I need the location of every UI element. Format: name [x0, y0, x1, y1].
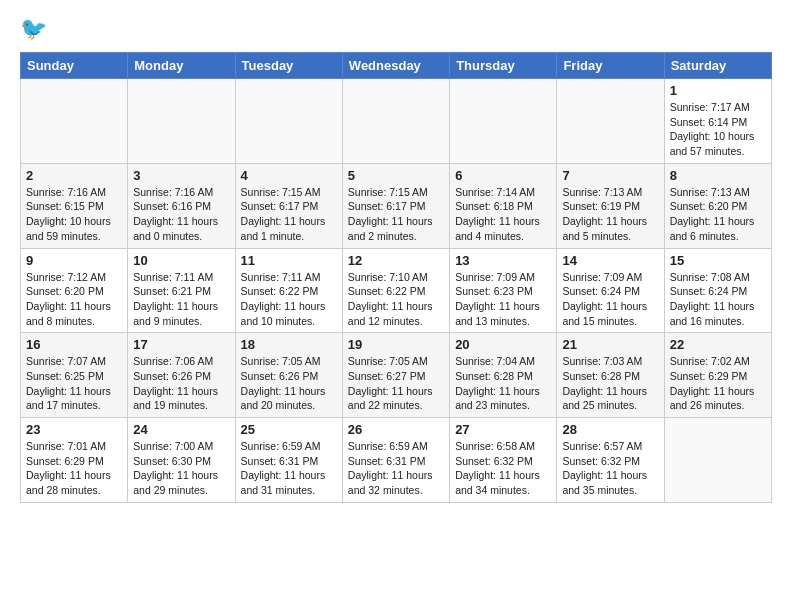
calendar-day-cell: 22Sunrise: 7:02 AM Sunset: 6:29 PM Dayli… [664, 333, 771, 418]
calendar-day-cell: 11Sunrise: 7:11 AM Sunset: 6:22 PM Dayli… [235, 248, 342, 333]
day-info: Sunrise: 7:00 AM Sunset: 6:30 PM Dayligh… [133, 439, 229, 498]
day-number: 23 [26, 422, 122, 437]
calendar-day-cell: 8Sunrise: 7:13 AM Sunset: 6:20 PM Daylig… [664, 163, 771, 248]
calendar-day-cell: 12Sunrise: 7:10 AM Sunset: 6:22 PM Dayli… [342, 248, 449, 333]
day-info: Sunrise: 7:11 AM Sunset: 6:21 PM Dayligh… [133, 270, 229, 329]
calendar-day-cell: 3Sunrise: 7:16 AM Sunset: 6:16 PM Daylig… [128, 163, 235, 248]
day-number: 18 [241, 337, 337, 352]
day-info: Sunrise: 7:08 AM Sunset: 6:24 PM Dayligh… [670, 270, 766, 329]
calendar-day-cell: 10Sunrise: 7:11 AM Sunset: 6:21 PM Dayli… [128, 248, 235, 333]
calendar-day-cell: 16Sunrise: 7:07 AM Sunset: 6:25 PM Dayli… [21, 333, 128, 418]
header: 🐦 [20, 16, 772, 42]
day-number: 27 [455, 422, 551, 437]
calendar-day-cell: 13Sunrise: 7:09 AM Sunset: 6:23 PM Dayli… [450, 248, 557, 333]
day-number: 2 [26, 168, 122, 183]
day-info: Sunrise: 7:04 AM Sunset: 6:28 PM Dayligh… [455, 354, 551, 413]
calendar-day-cell: 1Sunrise: 7:17 AM Sunset: 6:14 PM Daylig… [664, 79, 771, 164]
calendar-day-cell: 14Sunrise: 7:09 AM Sunset: 6:24 PM Dayli… [557, 248, 664, 333]
day-info: Sunrise: 7:15 AM Sunset: 6:17 PM Dayligh… [348, 185, 444, 244]
day-info: Sunrise: 7:05 AM Sunset: 6:26 PM Dayligh… [241, 354, 337, 413]
calendar-day-cell: 23Sunrise: 7:01 AM Sunset: 6:29 PM Dayli… [21, 418, 128, 503]
day-number: 19 [348, 337, 444, 352]
day-info: Sunrise: 6:59 AM Sunset: 6:31 PM Dayligh… [348, 439, 444, 498]
day-info: Sunrise: 7:13 AM Sunset: 6:20 PM Dayligh… [670, 185, 766, 244]
day-number: 28 [562, 422, 658, 437]
day-number: 15 [670, 253, 766, 268]
day-number: 25 [241, 422, 337, 437]
day-number: 1 [670, 83, 766, 98]
calendar-table: SundayMondayTuesdayWednesdayThursdayFrid… [20, 52, 772, 503]
calendar-week-row: 16Sunrise: 7:07 AM Sunset: 6:25 PM Dayli… [21, 333, 772, 418]
calendar-header-row: SundayMondayTuesdayWednesdayThursdayFrid… [21, 53, 772, 79]
day-number: 4 [241, 168, 337, 183]
day-number: 24 [133, 422, 229, 437]
calendar-day-cell: 9Sunrise: 7:12 AM Sunset: 6:20 PM Daylig… [21, 248, 128, 333]
day-number: 9 [26, 253, 122, 268]
calendar-day-header: Monday [128, 53, 235, 79]
logo-bird-icon: 🐦 [20, 16, 47, 42]
page: 🐦 SundayMondayTuesdayWednesdayThursdayFr… [0, 0, 792, 519]
day-info: Sunrise: 7:05 AM Sunset: 6:27 PM Dayligh… [348, 354, 444, 413]
calendar-day-cell: 15Sunrise: 7:08 AM Sunset: 6:24 PM Dayli… [664, 248, 771, 333]
day-info: Sunrise: 7:15 AM Sunset: 6:17 PM Dayligh… [241, 185, 337, 244]
calendar-day-cell: 19Sunrise: 7:05 AM Sunset: 6:27 PM Dayli… [342, 333, 449, 418]
day-number: 8 [670, 168, 766, 183]
day-number: 17 [133, 337, 229, 352]
day-number: 6 [455, 168, 551, 183]
day-info: Sunrise: 7:03 AM Sunset: 6:28 PM Dayligh… [562, 354, 658, 413]
day-number: 11 [241, 253, 337, 268]
day-info: Sunrise: 7:09 AM Sunset: 6:24 PM Dayligh… [562, 270, 658, 329]
day-number: 21 [562, 337, 658, 352]
calendar-day-header: Saturday [664, 53, 771, 79]
calendar-day-header: Tuesday [235, 53, 342, 79]
calendar-day-cell: 6Sunrise: 7:14 AM Sunset: 6:18 PM Daylig… [450, 163, 557, 248]
calendar-day-cell: 18Sunrise: 7:05 AM Sunset: 6:26 PM Dayli… [235, 333, 342, 418]
day-number: 12 [348, 253, 444, 268]
day-number: 5 [348, 168, 444, 183]
day-info: Sunrise: 7:17 AM Sunset: 6:14 PM Dayligh… [670, 100, 766, 159]
logo: 🐦 [20, 16, 51, 42]
calendar-day-cell: 7Sunrise: 7:13 AM Sunset: 6:19 PM Daylig… [557, 163, 664, 248]
day-info: Sunrise: 6:59 AM Sunset: 6:31 PM Dayligh… [241, 439, 337, 498]
calendar-day-header: Sunday [21, 53, 128, 79]
calendar-day-cell: 26Sunrise: 6:59 AM Sunset: 6:31 PM Dayli… [342, 418, 449, 503]
calendar-day-cell: 20Sunrise: 7:04 AM Sunset: 6:28 PM Dayli… [450, 333, 557, 418]
calendar-day-header: Friday [557, 53, 664, 79]
day-info: Sunrise: 7:13 AM Sunset: 6:19 PM Dayligh… [562, 185, 658, 244]
day-info: Sunrise: 7:12 AM Sunset: 6:20 PM Dayligh… [26, 270, 122, 329]
day-info: Sunrise: 6:57 AM Sunset: 6:32 PM Dayligh… [562, 439, 658, 498]
day-info: Sunrise: 7:16 AM Sunset: 6:15 PM Dayligh… [26, 185, 122, 244]
calendar-day-header: Thursday [450, 53, 557, 79]
calendar-week-row: 9Sunrise: 7:12 AM Sunset: 6:20 PM Daylig… [21, 248, 772, 333]
day-info: Sunrise: 7:09 AM Sunset: 6:23 PM Dayligh… [455, 270, 551, 329]
day-info: Sunrise: 7:02 AM Sunset: 6:29 PM Dayligh… [670, 354, 766, 413]
day-number: 3 [133, 168, 229, 183]
day-number: 16 [26, 337, 122, 352]
day-number: 14 [562, 253, 658, 268]
calendar-day-cell: 28Sunrise: 6:57 AM Sunset: 6:32 PM Dayli… [557, 418, 664, 503]
calendar-week-row: 23Sunrise: 7:01 AM Sunset: 6:29 PM Dayli… [21, 418, 772, 503]
calendar-week-row: 2Sunrise: 7:16 AM Sunset: 6:15 PM Daylig… [21, 163, 772, 248]
calendar-week-row: 1Sunrise: 7:17 AM Sunset: 6:14 PM Daylig… [21, 79, 772, 164]
calendar-day-cell [342, 79, 449, 164]
day-number: 22 [670, 337, 766, 352]
day-info: Sunrise: 7:14 AM Sunset: 6:18 PM Dayligh… [455, 185, 551, 244]
day-info: Sunrise: 7:01 AM Sunset: 6:29 PM Dayligh… [26, 439, 122, 498]
calendar-day-cell [450, 79, 557, 164]
calendar-day-cell: 25Sunrise: 6:59 AM Sunset: 6:31 PM Dayli… [235, 418, 342, 503]
day-number: 7 [562, 168, 658, 183]
calendar-day-cell: 17Sunrise: 7:06 AM Sunset: 6:26 PM Dayli… [128, 333, 235, 418]
day-info: Sunrise: 7:11 AM Sunset: 6:22 PM Dayligh… [241, 270, 337, 329]
day-number: 20 [455, 337, 551, 352]
calendar-day-cell [21, 79, 128, 164]
day-number: 10 [133, 253, 229, 268]
day-info: Sunrise: 7:16 AM Sunset: 6:16 PM Dayligh… [133, 185, 229, 244]
calendar-day-cell [664, 418, 771, 503]
day-info: Sunrise: 7:07 AM Sunset: 6:25 PM Dayligh… [26, 354, 122, 413]
calendar-day-cell: 2Sunrise: 7:16 AM Sunset: 6:15 PM Daylig… [21, 163, 128, 248]
day-info: Sunrise: 7:06 AM Sunset: 6:26 PM Dayligh… [133, 354, 229, 413]
calendar-day-header: Wednesday [342, 53, 449, 79]
calendar-day-cell: 27Sunrise: 6:58 AM Sunset: 6:32 PM Dayli… [450, 418, 557, 503]
day-info: Sunrise: 6:58 AM Sunset: 6:32 PM Dayligh… [455, 439, 551, 498]
calendar-day-cell: 5Sunrise: 7:15 AM Sunset: 6:17 PM Daylig… [342, 163, 449, 248]
